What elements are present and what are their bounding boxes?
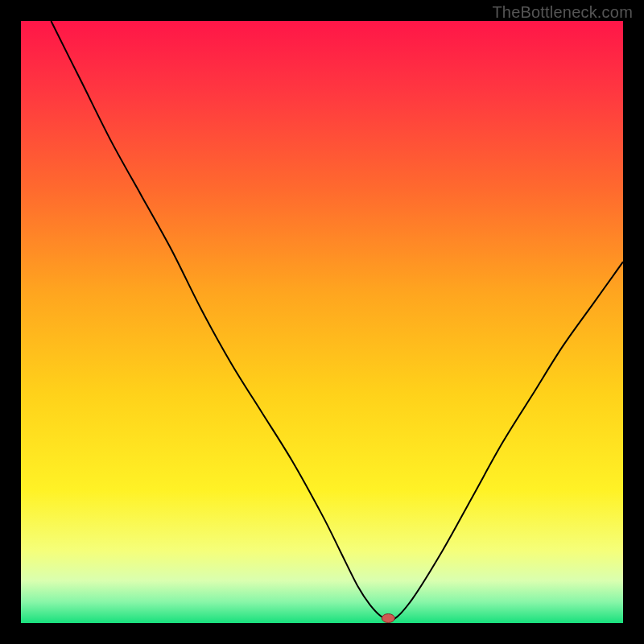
optimal-point-marker [382, 614, 394, 623]
bottleneck-chart-svg [21, 21, 623, 623]
watermark-text: TheBottleneck.com [492, 3, 633, 22]
gradient-background [21, 21, 623, 623]
plot-area [21, 21, 623, 623]
chart-frame: TheBottleneck.com [0, 0, 644, 644]
